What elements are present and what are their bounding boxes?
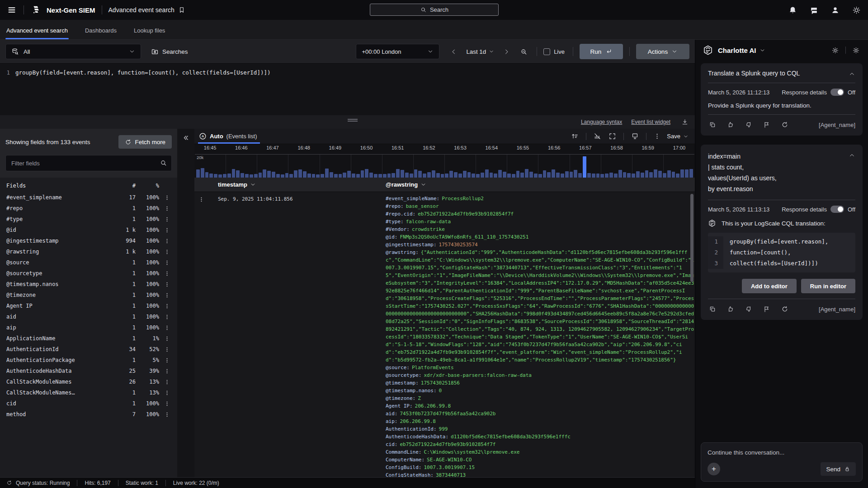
histogram-bar[interactable] xyxy=(245,174,249,178)
histogram-bar[interactable] xyxy=(276,174,280,178)
flag-button[interactable] xyxy=(762,305,771,314)
field-row[interactable]: aid 1 100% xyxy=(0,311,177,322)
field-menu-button[interactable] xyxy=(159,357,175,363)
regenerate-button[interactable] xyxy=(780,305,789,314)
collapse-card-button[interactable] xyxy=(849,151,855,159)
field-menu-button[interactable] xyxy=(159,249,175,255)
field-row[interactable]: method 7 100% xyxy=(0,409,177,420)
histogram-bar[interactable] xyxy=(369,173,373,178)
histogram-bar[interactable] xyxy=(405,173,409,178)
histogram-bar[interactable] xyxy=(654,169,657,178)
histogram-bar[interactable] xyxy=(663,173,666,178)
copy-button[interactable] xyxy=(708,305,717,314)
histogram-bar[interactable] xyxy=(680,169,684,178)
histogram-bar[interactable] xyxy=(339,174,342,178)
histogram-bar[interactable] xyxy=(676,174,679,178)
charlotte-ai-selector[interactable]: Charlotte AI xyxy=(718,47,765,54)
histogram-bar[interactable] xyxy=(467,172,471,178)
field-menu-button[interactable] xyxy=(159,368,175,374)
thumbs-down-button[interactable] xyxy=(744,305,753,314)
histogram-bar[interactable] xyxy=(498,170,502,178)
panel-settings-button[interactable] xyxy=(851,46,861,55)
histogram-bar[interactable] xyxy=(516,171,520,178)
histogram-bar[interactable] xyxy=(490,173,493,178)
send-button[interactable]: Send xyxy=(821,462,856,476)
histogram-bar[interactable] xyxy=(645,170,649,178)
histogram-bar[interactable] xyxy=(503,172,506,178)
histogram-bar[interactable] xyxy=(272,172,275,178)
histogram-bar[interactable] xyxy=(414,169,418,178)
histogram-bar[interactable] xyxy=(565,171,569,178)
histogram-bar[interactable] xyxy=(387,174,391,178)
histogram-bar[interactable] xyxy=(432,170,435,178)
user-profile-button[interactable] xyxy=(830,5,840,15)
histogram-bar[interactable] xyxy=(672,172,675,178)
histogram-bar[interactable] xyxy=(556,173,560,178)
histogram-bar[interactable] xyxy=(507,174,511,178)
histogram-bar[interactable] xyxy=(614,174,618,178)
repository-selector[interactable]: All xyxy=(5,44,141,59)
field-row[interactable]: @source 1 100% xyxy=(0,257,177,268)
editor-resize-handle[interactable] xyxy=(348,119,358,122)
histogram-bar[interactable] xyxy=(596,174,600,178)
field-row[interactable]: @id 1 k 100% xyxy=(0,225,177,235)
actions-button[interactable]: Actions xyxy=(636,44,689,59)
histogram-bar[interactable] xyxy=(307,174,311,178)
histogram-bar[interactable] xyxy=(347,171,351,178)
histogram-bar[interactable] xyxy=(427,172,431,178)
histogram-bar[interactable] xyxy=(561,174,564,178)
time-range-selector[interactable]: Last 1d xyxy=(464,48,496,55)
assistant-settings-button[interactable] xyxy=(830,46,840,55)
field-menu-button[interactable] xyxy=(159,195,175,201)
collapse-card-button[interactable] xyxy=(849,70,855,77)
collapse-fields-panel-button[interactable] xyxy=(180,132,192,143)
field-menu-button[interactable] xyxy=(159,282,175,287)
histogram-bar[interactable] xyxy=(454,172,458,178)
field-row[interactable]: @ingesttimestamp 994 100% xyxy=(0,235,177,246)
histogram-bar[interactable] xyxy=(658,171,662,178)
histogram-bar[interactable] xyxy=(609,173,613,178)
histogram-bar[interactable] xyxy=(218,174,222,178)
live-checkbox[interactable]: Live xyxy=(543,48,565,55)
histogram-bar[interactable] xyxy=(312,174,316,178)
histogram-bar[interactable] xyxy=(365,169,368,178)
histogram-bar[interactable] xyxy=(392,173,395,178)
histogram-bar[interactable] xyxy=(476,174,480,178)
histogram-bar[interactable] xyxy=(552,169,555,178)
histogram-bar[interactable] xyxy=(223,174,226,178)
filter-fields-input[interactable] xyxy=(5,155,172,171)
language-syntax-link[interactable]: Language syntax xyxy=(581,119,622,125)
field-menu-button[interactable] xyxy=(159,379,175,385)
histogram-bar[interactable] xyxy=(587,173,591,178)
event-row-menu-button[interactable] xyxy=(194,195,208,477)
theme-toggle-button[interactable] xyxy=(851,5,862,15)
save-button[interactable]: Save xyxy=(667,133,691,140)
histogram-bar[interactable] xyxy=(520,173,524,178)
display-options-button[interactable] xyxy=(630,131,640,141)
field-menu-button[interactable] xyxy=(159,401,175,407)
regenerate-button[interactable] xyxy=(780,120,789,129)
histogram-bar[interactable] xyxy=(209,174,213,178)
histogram-bar[interactable] xyxy=(472,174,475,178)
field-menu-button[interactable] xyxy=(159,238,175,244)
histogram-bar[interactable] xyxy=(667,170,671,178)
histogram-bar[interactable] xyxy=(227,174,231,178)
field-row[interactable]: ApplicationName 1 1% xyxy=(0,333,177,344)
field-menu-button[interactable] xyxy=(159,347,175,352)
histogram-bar[interactable] xyxy=(263,169,266,178)
histogram-bar[interactable] xyxy=(316,174,320,178)
thumbs-down-button[interactable] xyxy=(744,120,753,129)
histogram-bar[interactable] xyxy=(578,173,582,178)
histogram-bar[interactable] xyxy=(463,171,467,178)
field-menu-button[interactable] xyxy=(159,325,175,331)
response-details-toggle[interactable] xyxy=(830,89,844,96)
histogram-bar[interactable] xyxy=(570,172,573,178)
field-row[interactable]: #repo 1 100% xyxy=(0,203,177,214)
histogram-bar[interactable] xyxy=(636,171,640,178)
histogram-bar[interactable] xyxy=(623,172,627,178)
histogram-bar[interactable] xyxy=(298,169,302,178)
field-row[interactable]: @sourcetype 1 100% xyxy=(0,268,177,279)
histogram-bar[interactable] xyxy=(689,169,693,178)
histogram-bar[interactable] xyxy=(289,174,293,178)
field-menu-button[interactable] xyxy=(159,216,175,222)
